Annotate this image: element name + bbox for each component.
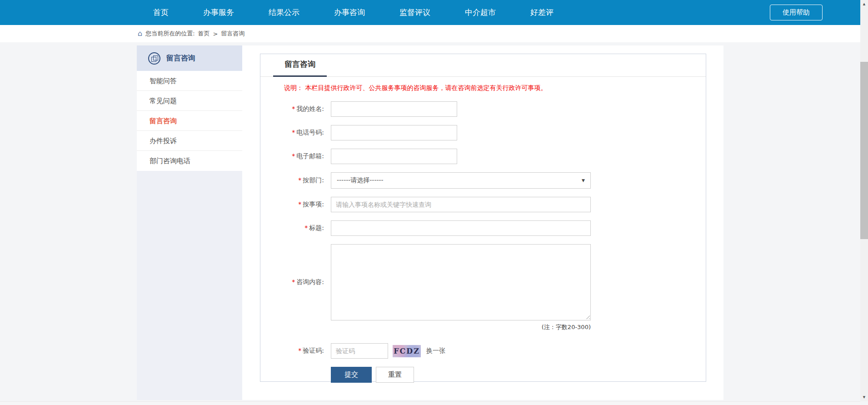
- title-input[interactable]: [331, 220, 591, 236]
- breadcrumb: ⌂ 您当前所在的位置: 首页 > 留言咨询: [0, 25, 868, 42]
- phone-input[interactable]: [331, 125, 457, 140]
- breadcrumb-label: 您当前所在的位置:: [145, 30, 195, 38]
- form-buttons: 提交 重置: [331, 367, 706, 383]
- message-consult-icon: [148, 52, 160, 65]
- content-textarea-wrap: [331, 244, 591, 320]
- required-asterisk: *: [298, 176, 301, 184]
- sidebar-item-message-consult[interactable]: 留言咨询: [137, 111, 242, 131]
- content-textarea[interactable]: [331, 244, 591, 320]
- captcha-input[interactable]: [331, 343, 388, 359]
- submit-button[interactable]: 提交: [331, 367, 372, 383]
- department-select[interactable]: ------请选择------ ▼: [331, 172, 591, 189]
- home-icon: ⌂: [138, 30, 142, 37]
- main-content: 留言咨询 说明： 本栏目提供行政许可、公共服务事项的咨询服务，请在咨询前选定有关…: [242, 45, 723, 400]
- tab-message-consult[interactable]: 留言咨询: [273, 59, 327, 77]
- form-row-title: *标题:: [260, 220, 706, 236]
- help-button[interactable]: 使用帮助: [770, 5, 823, 20]
- sidebar-item-smart-qa[interactable]: 智能问答: [137, 71, 242, 91]
- scroll-up-icon[interactable]: ▲: [860, 0, 868, 8]
- required-asterisk: *: [304, 224, 308, 231]
- breadcrumb-separator: >: [213, 30, 218, 37]
- phone-label: *电话号码:: [260, 129, 324, 137]
- name-label: *我的姓名:: [260, 105, 324, 113]
- content-note: (注：字数20-300): [331, 323, 591, 331]
- breadcrumb-current: 留言咨询: [221, 30, 244, 38]
- nav-item-consult[interactable]: 办事咨询: [334, 7, 365, 18]
- nav-item-home[interactable]: 首页: [153, 7, 169, 18]
- title-label: *标题:: [260, 224, 324, 232]
- chevron-down-icon: ▼: [582, 178, 585, 183]
- required-asterisk: *: [292, 129, 295, 136]
- vertical-scrollbar-thumb[interactable]: [860, 62, 868, 239]
- nav-item-supervision[interactable]: 监督评议: [399, 7, 430, 18]
- required-asterisk: *: [298, 200, 301, 208]
- panel-header: 留言咨询: [260, 54, 706, 77]
- department-label: *按部门:: [260, 176, 324, 185]
- form-row-captcha: *验证码: FCDZ 换一张: [260, 343, 706, 359]
- matter-label: *按事项:: [260, 200, 324, 209]
- department-select-value: ------请选择------: [337, 176, 384, 185]
- top-nav: 首页 办事服务 结果公示 办事咨询 监督评议 中介超市 好差评 使用帮助: [0, 0, 868, 25]
- required-asterisk: *: [292, 105, 295, 112]
- sidebar-item-complaint[interactable]: 办件投诉: [137, 131, 242, 151]
- sidebar-item-dept-phone[interactable]: 部门咨询电话: [137, 151, 242, 171]
- sidebar-menu: 智能问答 常见问题 留言咨询 办件投诉 部门咨询电话: [137, 71, 242, 171]
- horizontal-scrollbar[interactable]: [0, 401, 860, 405]
- email-input[interactable]: [331, 149, 457, 164]
- consult-panel: 留言咨询 说明： 本栏目提供行政许可、公共服务事项的咨询服务，请在咨询前选定有关…: [260, 54, 706, 382]
- nav-item-results[interactable]: 结果公示: [269, 7, 299, 18]
- nav-item-services[interactable]: 办事服务: [203, 7, 234, 18]
- form-row-email: *电子邮箱:: [260, 149, 706, 164]
- captcha-image[interactable]: FCDZ: [393, 345, 421, 357]
- sidebar-title: 留言咨询: [166, 54, 195, 63]
- required-asterisk: *: [298, 347, 301, 354]
- nav-item-rating[interactable]: 好差评: [530, 7, 554, 18]
- matter-input[interactable]: [331, 197, 591, 212]
- captcha-label: *验证码:: [260, 347, 324, 355]
- sidebar-header: 留言咨询: [137, 45, 242, 71]
- reset-button[interactable]: 重置: [376, 367, 414, 383]
- scroll-down-icon[interactable]: ▼: [860, 394, 868, 401]
- form-row-name: *我的姓名:: [260, 101, 706, 117]
- form-row-matter: *按事项:: [260, 197, 706, 212]
- refresh-captcha-link[interactable]: 换一张: [426, 347, 445, 355]
- panel-notice: 说明： 本栏目提供行政许可、公共服务事项的咨询服务，请在咨询前选定有关行政许可事…: [284, 84, 706, 92]
- vertical-scrollbar[interactable]: ▲ ▼: [860, 0, 868, 401]
- nav-item-agency-market[interactable]: 中介超市: [465, 7, 496, 18]
- required-asterisk: *: [292, 152, 295, 160]
- form-row-content: *咨询内容:: [260, 244, 706, 320]
- required-asterisk: *: [292, 278, 295, 285]
- breadcrumb-home-link[interactable]: 首页: [198, 30, 210, 38]
- name-input[interactable]: [331, 101, 457, 117]
- content-area: 留言咨询 智能问答 常见问题 留言咨询 办件投诉 部门咨询电话 留言咨询 说明：…: [137, 45, 723, 400]
- consult-form: *我的姓名: *电话号码: *电子邮箱: *按部门: ------请选择----…: [260, 101, 706, 383]
- nav-menu: 首页 办事服务 结果公示 办事咨询 监督评议 中介超市 好差评: [153, 7, 554, 18]
- form-row-phone: *电话号码:: [260, 125, 706, 140]
- form-row-department: *按部门: ------请选择------ ▼: [260, 172, 706, 189]
- content-label: *咨询内容:: [260, 278, 324, 286]
- content-note-row: (注：字数20-300): [260, 323, 706, 331]
- email-label: *电子邮箱:: [260, 152, 324, 160]
- sidebar-item-faq[interactable]: 常见问题: [137, 91, 242, 111]
- sidebar: 留言咨询 智能问答 常见问题 留言咨询 办件投诉 部门咨询电话: [137, 45, 242, 400]
